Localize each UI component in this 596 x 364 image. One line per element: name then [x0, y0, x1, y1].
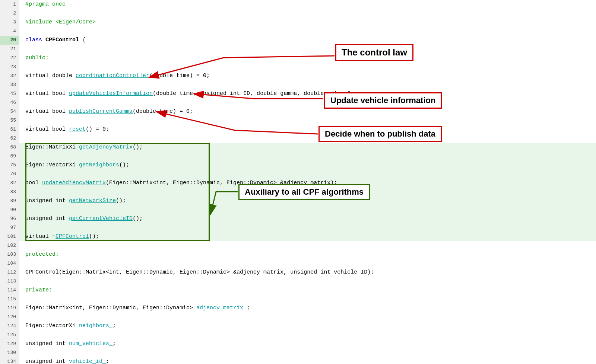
code-line-46	[19, 98, 596, 107]
line-number-1: 1	[0, 0, 19, 9]
publish-data-annotation: Decide when to publish data	[318, 126, 442, 142]
main-container: 1234202122233233454654556162686975768283…	[0, 0, 596, 364]
code-line-62	[19, 134, 596, 143]
line-number-96: 96	[0, 214, 19, 223]
code-line-75: Eigen::VectorXi getNeighbors();	[19, 161, 596, 170]
line-number-61: 61	[0, 125, 19, 134]
code-line-21	[19, 45, 596, 54]
code-line-114: private:	[19, 286, 596, 295]
code-line-3: #include <Eigen/Core>	[19, 18, 596, 27]
line-number-89: 89	[0, 197, 19, 205]
line-number-104: 104	[0, 259, 19, 268]
line-number-102: 102	[0, 241, 19, 250]
code-line-124: Eigen::VectorXi neighbors_;	[19, 322, 596, 331]
line-number-83: 83	[0, 188, 19, 197]
line-number-134: 134	[0, 357, 19, 364]
line-number-2: 2	[0, 9, 19, 18]
line-number-22: 22	[0, 54, 19, 63]
code-line-1: #pragma once	[19, 0, 596, 9]
code-line-32: virtual double coordinationController(do…	[19, 71, 596, 80]
line-number-54: 54	[0, 107, 19, 116]
code-line-113	[19, 277, 596, 286]
code-line-96: unsigned int getCurrentVehicleID();	[19, 214, 596, 223]
line-number-115: 115	[0, 295, 19, 304]
code-line-120	[19, 313, 596, 322]
line-number-68: 68	[0, 143, 19, 152]
line-number-112: 112	[0, 268, 19, 277]
line-number-129: 129	[0, 339, 19, 348]
line-number-97: 97	[0, 223, 19, 232]
line-number-46: 46	[0, 98, 19, 107]
line-number-90: 90	[0, 205, 19, 214]
auxiliary-annotation: Auxiliary to all CPF algorithms	[238, 184, 370, 200]
code-line-4	[19, 27, 596, 36]
code-line-129: unsigned int num_vehicles_;	[19, 339, 596, 348]
code-line-22: public:	[19, 54, 596, 63]
line-number-119: 119	[0, 304, 19, 313]
line-number-103: 103	[0, 250, 19, 259]
code-line-104	[19, 259, 596, 268]
code-line-134: unsigned int vehicle_id_;	[19, 357, 596, 364]
code-line-112: CPFControl(Eigen::Matrix<int, Eigen::Dyn…	[19, 268, 596, 277]
line-number-82: 82	[0, 179, 19, 188]
line-number-125: 125	[0, 331, 19, 339]
line-number-101: 101	[0, 232, 19, 241]
control-law-annotation: The control law	[335, 44, 413, 61]
code-area: #pragma once#include <Eigen/Core>class C…	[19, 0, 596, 364]
code-line-68: Eigen::MatrixXi getAdjencyMatrix();	[19, 143, 596, 152]
code-line-130	[19, 348, 596, 357]
code-line-102	[19, 241, 596, 250]
code-line-45: virtual bool updateVehiclesInformation(d…	[19, 89, 596, 98]
line-number-4: 4	[0, 27, 19, 36]
line-number-62: 62	[0, 134, 19, 143]
code-line-101: virtual ~CPFControl();	[19, 232, 596, 241]
line-number-45: 45	[0, 89, 19, 98]
line-number-23: 23	[0, 63, 19, 71]
line-number-3: 3	[0, 18, 19, 27]
code-line-23	[19, 63, 596, 71]
code-line-20: class CPFControl {	[19, 36, 596, 45]
code-line-2	[19, 9, 596, 18]
line-number-124: 124	[0, 322, 19, 331]
code-line-103: protected:	[19, 250, 596, 259]
code-line-115	[19, 295, 596, 304]
line-number-114: 114	[0, 286, 19, 295]
line-number-130: 130	[0, 348, 19, 357]
line-number-20: 20	[0, 36, 19, 45]
code-line-125	[19, 331, 596, 339]
line-numbers: 1234202122233233454654556162686975768283…	[0, 0, 19, 364]
line-number-21: 21	[0, 45, 19, 54]
line-number-69: 69	[0, 152, 19, 161]
line-number-32: 32	[0, 71, 19, 80]
code-line-76	[19, 170, 596, 179]
line-number-33: 33	[0, 80, 19, 89]
update-vehicle-annotation: Update vehicle information	[324, 92, 442, 109]
line-number-55: 55	[0, 116, 19, 125]
code-line-69	[19, 152, 596, 161]
code-line-97	[19, 223, 596, 232]
code-line-119: Eigen::Matrix<int, Eigen::Dynamic, Eigen…	[19, 304, 596, 313]
code-line-90	[19, 205, 596, 214]
line-number-76: 76	[0, 170, 19, 179]
code-line-54: virtual bool publishCurrentGamma(double …	[19, 107, 596, 116]
line-number-120: 120	[0, 313, 19, 322]
line-number-75: 75	[0, 161, 19, 170]
code-line-55	[19, 116, 596, 125]
code-line-33	[19, 80, 596, 89]
line-number-113: 113	[0, 277, 19, 286]
code-line-61: virtual bool reset() = 0;	[19, 125, 596, 134]
